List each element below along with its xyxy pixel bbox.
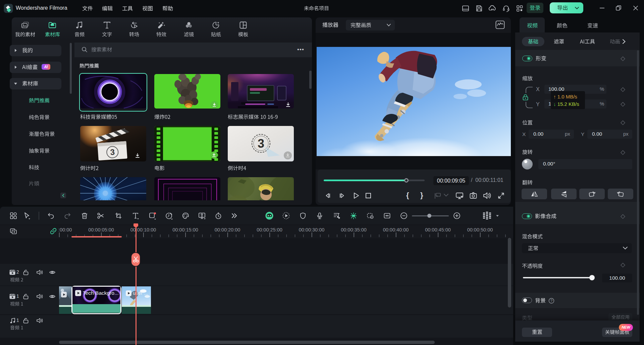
svg-text:3: 3 [110,147,115,157]
svg-text:?: ? [550,299,552,303]
svg-text:3: 3 [258,137,264,150]
